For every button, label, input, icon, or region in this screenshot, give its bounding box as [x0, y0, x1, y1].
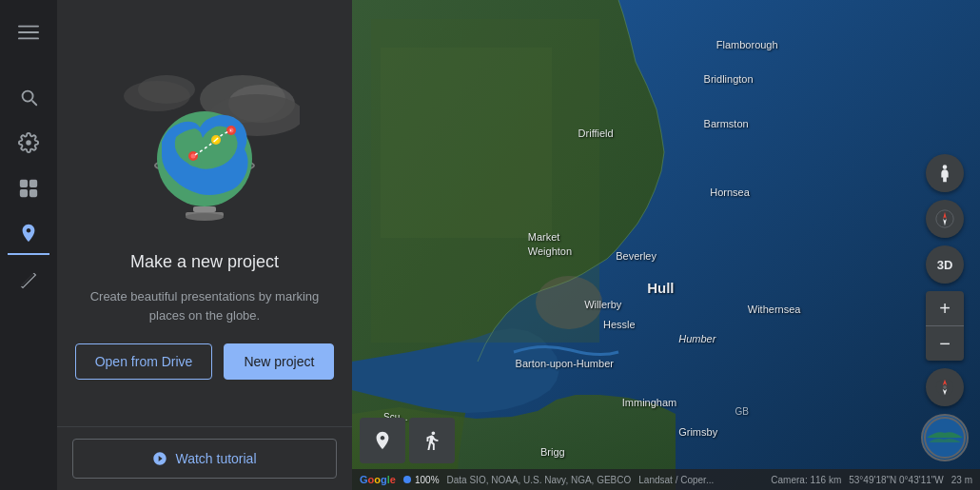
svg-point-28 — [536, 276, 602, 329]
rotate-button[interactable] — [926, 368, 964, 406]
svg-point-11 — [124, 81, 190, 111]
new-project-button[interactable]: New project — [224, 343, 334, 380]
ruler-icon[interactable] — [8, 259, 49, 301]
open-from-drive-button[interactable]: Open from Drive — [75, 343, 213, 380]
action-buttons: Open from Drive New project — [75, 343, 335, 380]
panel: Make a new project Create beautiful pres… — [57, 0, 352, 490]
route-toolbar-button[interactable] — [409, 418, 455, 463]
zoom-indicator: 100% — [403, 475, 440, 485]
svg-rect-6 — [30, 190, 36, 196]
search-icon[interactable] — [8, 76, 49, 118]
google-logo-area: Google — [360, 474, 396, 485]
svg-rect-2 — [18, 38, 39, 40]
zoom-out-button[interactable]: − — [926, 326, 964, 361]
panel-footer: Watch tutorial — [57, 426, 352, 490]
watch-tutorial-label: Watch tutorial — [175, 451, 256, 466]
panel-title: Make a new project — [130, 252, 279, 272]
svg-rect-27 — [381, 48, 552, 238]
map-area[interactable]: Flamborough Bridlington Driffield Barmst… — [352, 0, 980, 490]
sidebar — [0, 0, 57, 490]
svg-rect-5 — [21, 190, 27, 196]
svg-point-14 — [186, 213, 224, 221]
svg-point-36 — [943, 385, 947, 389]
zoom-controls: + − — [926, 291, 964, 361]
map-bottom-toolbar — [360, 418, 455, 463]
imagery-attribution: Landsat / Coper... — [638, 475, 714, 485]
map-status-bar: Google 100% Data SIO, NOAA, U.S. Navy, N… — [352, 469, 980, 490]
data-attribution: Data SIO, NOAA, U.S. Navy, NGA, GEBCO — [447, 475, 632, 485]
svg-rect-0 — [18, 26, 39, 28]
svg-point-29 — [943, 165, 948, 169]
compass-button[interactable] — [926, 200, 964, 238]
map-svg — [352, 0, 980, 490]
menu-icon[interactable] — [8, 11, 49, 53]
panel-subtitle: Create beautiful presentations by markin… — [81, 287, 328, 324]
map-controls: 3D + − — [921, 154, 969, 461]
svg-rect-4 — [30, 181, 36, 186]
zoom-in-button[interactable]: + — [926, 291, 964, 325]
zoom-dot — [403, 476, 411, 483]
svg-rect-1 — [18, 31, 39, 33]
pegman-button[interactable] — [926, 154, 964, 192]
layers-icon[interactable] — [8, 167, 49, 209]
location-toolbar-button[interactable] — [360, 418, 405, 463]
panel-content: Make a new project Create beautiful pres… — [56, 0, 354, 426]
mini-globe-button[interactable] — [921, 414, 969, 461]
3d-button[interactable]: 3D — [926, 245, 964, 284]
map-background: Flamborough Bridlington Driffield Barmst… — [352, 0, 980, 490]
zoom-level: 100% — [415, 475, 440, 485]
svg-rect-3 — [21, 181, 27, 186]
play-circle-icon — [152, 451, 167, 466]
settings-icon[interactable] — [8, 122, 49, 164]
globe-illustration — [109, 47, 300, 237]
location-pin-icon[interactable] — [8, 213, 49, 255]
svg-rect-12 — [193, 206, 216, 212]
camera-info: Camera: 116 km — [771, 475, 841, 485]
watch-tutorial-button[interactable]: Watch tutorial — [72, 439, 337, 479]
coordinates: 53°49'18"N 0°43'11"W — [849, 475, 944, 485]
meters: 23 m — [951, 475, 972, 485]
